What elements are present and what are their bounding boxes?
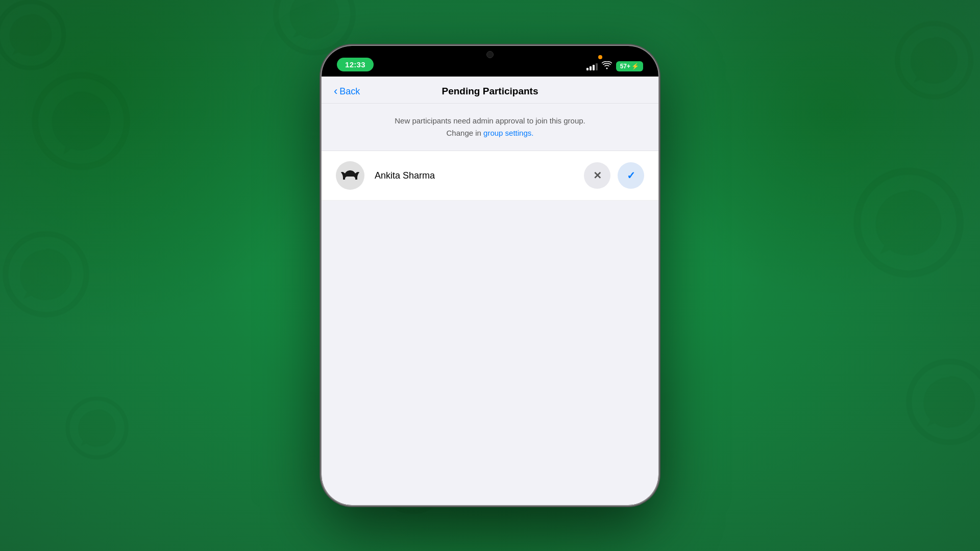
svg-point-5: [857, 171, 960, 274]
info-text: New participants need admin approval to …: [342, 115, 638, 139]
approve-button[interactable]: ✓: [618, 162, 644, 189]
approve-icon: ✓: [627, 169, 635, 182]
indicator-dot: [598, 55, 602, 59]
svg-point-2: [6, 234, 86, 314]
action-buttons: ✕ ✓: [584, 162, 644, 189]
notch: [449, 46, 531, 65]
svg-point-4: [897, 23, 971, 97]
back-button[interactable]: ‹ Back: [334, 86, 360, 97]
info-line2-prefix: Change in: [447, 129, 484, 137]
time-display: 12:33: [337, 58, 374, 71]
reject-icon: ✕: [593, 169, 602, 182]
app-content: ‹ Back Pending Participants New particip…: [322, 77, 658, 505]
signal-bar-3: [593, 65, 595, 70]
table-row: Ankita Sharma ✕ ✓: [322, 151, 658, 201]
battery-indicator: 57+ ⚡: [616, 61, 643, 71]
battery-lightning-icon: ⚡: [631, 63, 639, 70]
signal-bar-1: [586, 68, 589, 70]
signal-bar-4: [596, 63, 598, 70]
navigation-bar: ‹ Back Pending Participants: [322, 77, 658, 104]
svg-point-3: [67, 398, 126, 457]
batman-icon: [341, 168, 359, 183]
page-title: Pending Participants: [442, 86, 538, 97]
status-bar-right: 57+ ⚡: [586, 61, 643, 71]
svg-point-10: [347, 173, 349, 176]
svg-point-1: [24, 65, 137, 177]
svg-point-6: [909, 361, 980, 442]
reject-button[interactable]: ✕: [584, 162, 610, 189]
front-camera: [486, 51, 494, 58]
participant-name: Ankita Sharma: [375, 170, 584, 181]
phone-frame: 12:33 57+: [322, 46, 658, 505]
status-bar-left: 12:33: [337, 58, 374, 71]
wifi-icon: [602, 61, 612, 71]
back-label[interactable]: Back: [339, 86, 360, 97]
signal-icon: [586, 62, 598, 70]
svg-point-11: [352, 173, 354, 176]
participants-list: Ankita Sharma ✕ ✓: [322, 151, 658, 201]
back-chevron-icon: ‹: [334, 86, 337, 97]
info-banner: New participants need admin approval to …: [322, 104, 658, 151]
phone-screen: 12:33 57+: [322, 46, 658, 505]
svg-point-8: [276, 0, 353, 53]
group-settings-link[interactable]: group settings.: [483, 129, 533, 137]
status-bar: 12:33 57+: [322, 46, 658, 77]
info-line1: New participants need admin approval to …: [395, 116, 585, 125]
avatar: [336, 161, 364, 190]
svg-point-0: [0, 2, 64, 68]
signal-bar-2: [590, 66, 592, 70]
